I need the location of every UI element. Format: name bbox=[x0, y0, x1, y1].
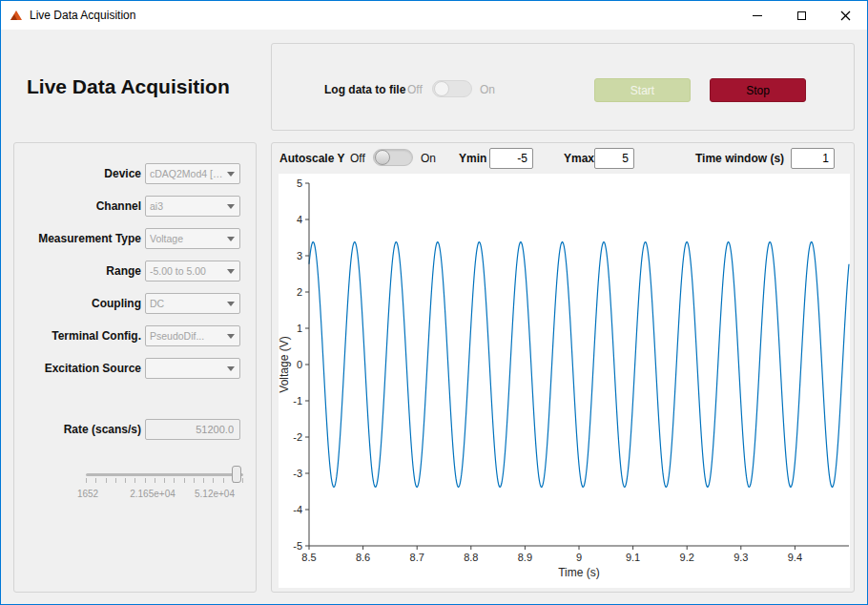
excitation-source-dropdown[interactable] bbox=[145, 358, 240, 379]
svg-text:-1: -1 bbox=[293, 395, 302, 407]
autoscale-switch[interactable] bbox=[373, 149, 413, 166]
svg-text:-5: -5 bbox=[293, 540, 302, 552]
svg-text:Voltage (V): Voltage (V) bbox=[279, 336, 291, 392]
svg-text:8.6: 8.6 bbox=[356, 552, 370, 563]
device-dropdown[interactable]: cDAQ2Mod4 [NI 9234] bbox=[145, 163, 240, 184]
log-data-label: Log data to file bbox=[324, 83, 405, 96]
time-window-label: Time window (s) bbox=[695, 152, 784, 165]
minimize-button[interactable] bbox=[735, 1, 779, 30]
terminal-config-dropdown[interactable]: PseudoDif... bbox=[145, 325, 240, 346]
svg-text:9.1: 9.1 bbox=[626, 552, 640, 563]
excitation-source-label: Excitation Source bbox=[14, 362, 141, 375]
coupling-label: Coupling bbox=[14, 297, 141, 310]
ymin-field[interactable] bbox=[489, 148, 533, 169]
svg-text:2: 2 bbox=[297, 286, 302, 298]
measurement-type-label: Measurement Type bbox=[14, 232, 141, 245]
log-switch-knob bbox=[434, 81, 449, 96]
device-settings-panel: Device cDAQ2Mod4 [NI 9234] Channel ai3 M… bbox=[13, 142, 257, 593]
svg-text:-4: -4 bbox=[293, 504, 302, 515]
measurement-type-dropdown[interactable]: Voltage bbox=[145, 228, 240, 249]
autoscale-switch-knob bbox=[375, 150, 390, 165]
svg-text:-3: -3 bbox=[293, 468, 302, 479]
svg-text:1: 1 bbox=[297, 323, 302, 334]
log-switch-off-label: Off bbox=[407, 83, 423, 96]
rate-slider: 1652 2.165e+04 5.12e+04 bbox=[86, 464, 243, 506]
app-window: Live Data Acquisition Live Data Acquisit… bbox=[0, 0, 868, 605]
time-window-field[interactable] bbox=[791, 148, 835, 169]
autoscale-off-label: Off bbox=[350, 152, 365, 165]
page-title: Live Data Acquisition bbox=[27, 75, 230, 98]
ymax-field[interactable] bbox=[594, 148, 634, 169]
close-button[interactable] bbox=[823, 1, 867, 30]
coupling-value: DC bbox=[150, 294, 225, 313]
slider-mid-label: 2.165e+04 bbox=[130, 489, 176, 499]
chevron-down-icon bbox=[227, 366, 235, 371]
chevron-down-icon bbox=[227, 172, 235, 177]
channel-dropdown[interactable]: ai3 bbox=[145, 196, 240, 217]
device-value: cDAQ2Mod4 [NI 9234] bbox=[150, 164, 225, 183]
channel-value: ai3 bbox=[150, 197, 225, 216]
chevron-down-icon bbox=[227, 269, 235, 274]
range-label: Range bbox=[14, 264, 141, 278]
stop-button[interactable]: Stop bbox=[710, 78, 806, 102]
terminal-config-label: Terminal Config. bbox=[14, 329, 141, 343]
maximize-icon bbox=[797, 11, 806, 20]
window-title: Live Data Acquisition bbox=[30, 9, 135, 22]
range-value: -5.00 to 5.00 bbox=[150, 261, 225, 281]
plot-panel: Autoscale Y Off On Ymin Ymax Time window… bbox=[271, 142, 855, 593]
chevron-down-icon bbox=[227, 237, 235, 241]
close-icon bbox=[840, 10, 851, 21]
svg-text:9.3: 9.3 bbox=[734, 552, 748, 563]
title-bar: Live Data Acquisition bbox=[1, 1, 867, 30]
rate-field[interactable] bbox=[145, 419, 240, 440]
slider-max-label: 5.12e+04 bbox=[195, 489, 235, 499]
svg-text:5: 5 bbox=[297, 177, 302, 189]
log-data-switch[interactable] bbox=[432, 80, 472, 97]
minimize-icon bbox=[753, 15, 762, 16]
autoscale-on-label: On bbox=[421, 152, 436, 165]
waveform-chart: -5-4-3-2-10123458.58.68.78.88.999.19.29.… bbox=[279, 174, 850, 588]
svg-text:9.2: 9.2 bbox=[680, 552, 694, 563]
rate-slider-thumb[interactable] bbox=[232, 466, 241, 483]
terminal-config-value: PseudoDif... bbox=[150, 326, 225, 345]
svg-text:8.5: 8.5 bbox=[301, 552, 316, 563]
svg-text:Time (s): Time (s) bbox=[558, 566, 600, 579]
svg-text:3: 3 bbox=[297, 250, 302, 261]
rate-label: Rate (scans/s) bbox=[14, 423, 141, 436]
matlab-icon bbox=[9, 8, 24, 23]
maximize-button[interactable] bbox=[779, 1, 823, 30]
svg-text:4: 4 bbox=[297, 214, 302, 225]
ymax-label: Ymax bbox=[564, 152, 594, 165]
log-panel: Log data to file Off On Start Stop bbox=[271, 43, 855, 131]
rate-slider-ticks bbox=[86, 478, 243, 483]
chevron-down-icon bbox=[227, 334, 235, 339]
svg-text:9: 9 bbox=[576, 552, 582, 563]
rate-slider-track[interactable] bbox=[86, 473, 243, 476]
autoscale-label: Autoscale Y bbox=[279, 152, 344, 165]
svg-text:8.7: 8.7 bbox=[410, 552, 424, 563]
coupling-dropdown[interactable]: DC bbox=[145, 293, 240, 314]
slider-min-label: 1652 bbox=[77, 489, 98, 499]
svg-text:8.8: 8.8 bbox=[464, 552, 478, 563]
svg-text:8.9: 8.9 bbox=[518, 552, 532, 563]
range-dropdown[interactable]: -5.00 to 5.00 bbox=[145, 261, 240, 282]
log-switch-on-label: On bbox=[480, 83, 495, 96]
svg-text:0: 0 bbox=[297, 359, 302, 370]
svg-text:9.4: 9.4 bbox=[788, 552, 802, 563]
start-button[interactable]: Start bbox=[594, 78, 691, 102]
device-label: Device bbox=[14, 167, 141, 180]
measurement-type-value: Voltage bbox=[150, 229, 225, 248]
chevron-down-icon bbox=[227, 302, 235, 306]
app-body: Live Data Acquisition Log data to file O… bbox=[1, 30, 867, 604]
window-controls bbox=[735, 1, 867, 30]
ymin-label: Ymin bbox=[459, 152, 486, 165]
chevron-down-icon bbox=[227, 204, 235, 209]
channel-label: Channel bbox=[14, 199, 141, 213]
svg-text:-2: -2 bbox=[293, 431, 302, 443]
